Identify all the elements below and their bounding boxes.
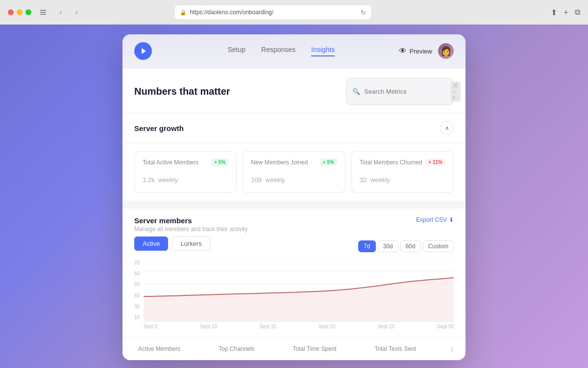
metric-badge-red: + 11% bbox=[425, 158, 445, 166]
refresh-icon[interactable]: ↻ bbox=[361, 9, 366, 16]
y-label-70: 70 bbox=[134, 260, 140, 265]
sort-icon[interactable]: ↕ bbox=[450, 345, 454, 353]
svg-rect-0 bbox=[40, 10, 46, 11]
browser-nav: ‹ › bbox=[55, 6, 82, 18]
metric-label-3: Total Members Churned bbox=[360, 159, 422, 166]
metric-badge-green: + 5% bbox=[211, 158, 228, 166]
chart-title-area: Server members Manage all members and tr… bbox=[134, 216, 247, 233]
time-60d-button[interactable]: 60d bbox=[400, 240, 421, 252]
metric-card-churned: Total Members Churned + 11% 32 weekly bbox=[351, 151, 454, 193]
bottom-tabs: Active Members Top Channels Total Time S… bbox=[122, 337, 466, 360]
metric-card-new-members: New Members Joined + 5% 108 weekly bbox=[243, 151, 345, 193]
y-label-10: 10 bbox=[134, 315, 140, 320]
traffic-light-red[interactable] bbox=[8, 9, 14, 15]
content-area: Numbers that matter 🔍 ⌘ + k Server growt… bbox=[122, 68, 466, 360]
metric-badge-green-2: + 5% bbox=[320, 158, 337, 166]
logo-button[interactable] bbox=[134, 42, 152, 60]
main-area: Setup Responses Insights 👁 Preview 👩 Num… bbox=[0, 25, 588, 368]
section-title: Server growth bbox=[134, 124, 184, 132]
collapse-button[interactable]: ∧ bbox=[440, 121, 454, 135]
sidebar-button[interactable] bbox=[37, 6, 49, 18]
x-label-sept20: Sept 20 bbox=[318, 324, 335, 329]
search-icon: 🔍 bbox=[352, 88, 360, 95]
browser-actions: ⬆ ＋ ⧉ bbox=[551, 7, 580, 18]
x-label-sept25: Sept 25 bbox=[378, 324, 394, 329]
chart-svg bbox=[144, 258, 454, 322]
time-7d-button[interactable]: 7d bbox=[358, 240, 375, 252]
search-input[interactable] bbox=[364, 88, 446, 95]
tab-active-members[interactable]: Active Members bbox=[134, 343, 184, 354]
address-bar[interactable]: 🔒 https://daolens.com/onboarding/ ↻ bbox=[175, 5, 371, 19]
server-growth-section: Server growth ∧ Total Active Members + 5… bbox=[122, 113, 466, 201]
search-bar[interactable]: 🔍 ⌘ + k bbox=[346, 78, 454, 105]
y-label-50: 50 bbox=[134, 282, 140, 287]
svg-marker-3 bbox=[142, 48, 146, 54]
chart-container bbox=[144, 258, 454, 322]
preview-label: Preview bbox=[410, 48, 432, 55]
traffic-lights bbox=[8, 9, 31, 15]
download-icon: ⬇ bbox=[449, 216, 454, 223]
tab-total-texts-sent[interactable]: Total Texts Sent bbox=[371, 343, 420, 354]
metric-cards: Total Active Members + 5% 1.2k weekly bbox=[122, 143, 466, 201]
time-30d-button[interactable]: 30d bbox=[378, 240, 398, 252]
metric-number: 1.2k weekly bbox=[143, 170, 178, 185]
chart-area: Sept 5 Sept 10 Sept 15 Sept 20 Sept 25 S… bbox=[144, 258, 454, 329]
divider bbox=[122, 201, 466, 205]
search-shortcut: ⌘ + k bbox=[450, 81, 461, 102]
eye-icon: 👁 bbox=[399, 47, 407, 55]
chart-subtitle: Manage all members and track their activ… bbox=[134, 226, 247, 233]
metric-number-2: 108 weekly bbox=[251, 170, 285, 185]
nav-link-responses[interactable]: Responses bbox=[261, 46, 295, 56]
header-section: Numbers that matter 🔍 ⌘ + k bbox=[122, 68, 466, 113]
traffic-light-green[interactable] bbox=[25, 9, 31, 15]
share-button[interactable]: ⬆ bbox=[551, 8, 557, 17]
y-axis: 70 60 50 40 30 10 bbox=[134, 258, 140, 322]
x-label-sept10: Sept 10 bbox=[200, 324, 217, 329]
forward-button[interactable]: › bbox=[71, 6, 82, 18]
nav-link-setup[interactable]: Setup bbox=[227, 46, 245, 56]
nav-link-insights[interactable]: Insights bbox=[311, 46, 335, 56]
url-text: https://daolens.com/onboarding/ bbox=[190, 9, 273, 16]
nav-links: Setup Responses Insights bbox=[164, 46, 399, 56]
tab-total-time-spent[interactable]: Total Time Spent bbox=[289, 343, 340, 354]
y-label-40: 40 bbox=[134, 293, 140, 298]
preview-button[interactable]: 👁 Preview bbox=[399, 47, 432, 55]
section-header: Server growth ∧ bbox=[122, 113, 466, 143]
chart-x-labels: Sept 5 Sept 10 Sept 15 Sept 20 Sept 25 S… bbox=[144, 324, 454, 329]
page-title: Numbers that matter bbox=[134, 86, 230, 97]
svg-rect-1 bbox=[40, 12, 46, 13]
view-lurkers-button[interactable]: Lurkers bbox=[172, 237, 210, 251]
svg-rect-2 bbox=[40, 14, 46, 15]
avatar[interactable]: 👩 bbox=[438, 43, 454, 59]
nav-bar: Setup Responses Insights 👁 Preview 👩 bbox=[122, 34, 466, 68]
metric-card-header: Total Active Members + 5% bbox=[143, 158, 228, 166]
metric-label-2: New Members Joined bbox=[251, 159, 308, 166]
metric-number-3: 32 weekly bbox=[360, 170, 390, 185]
view-active-button[interactable]: Active bbox=[134, 237, 168, 251]
avatar-emoji: 👩 bbox=[441, 46, 451, 56]
nav-right: 👁 Preview 👩 bbox=[399, 43, 454, 59]
y-label-30: 30 bbox=[134, 304, 140, 309]
metric-value: 1.2k weekly bbox=[143, 170, 228, 185]
export-csv-button[interactable]: Export CSV ⬇ bbox=[416, 216, 454, 223]
export-label: Export CSV bbox=[416, 216, 447, 223]
chart-with-axis: 70 60 50 40 30 10 bbox=[134, 258, 454, 329]
time-custom-button[interactable]: Custom bbox=[423, 240, 454, 252]
metric-label: Total Active Members bbox=[143, 159, 198, 166]
x-label-sept5: Sept 5 bbox=[144, 324, 158, 329]
lock-icon: 🔒 bbox=[180, 9, 187, 16]
chart-section: Server members Manage all members and tr… bbox=[122, 209, 466, 337]
new-tab-button[interactable]: ＋ bbox=[562, 7, 570, 18]
view-toggles: Active Lurkers bbox=[134, 237, 210, 251]
metric-value-3: 32 weekly bbox=[360, 170, 445, 185]
metric-card-header-3: Total Members Churned + 11% bbox=[360, 158, 445, 166]
traffic-light-yellow[interactable] bbox=[17, 9, 23, 15]
y-label-60: 60 bbox=[134, 271, 140, 276]
metric-value-2: 108 weekly bbox=[251, 170, 337, 185]
tabs-button[interactable]: ⧉ bbox=[575, 8, 580, 17]
back-button[interactable]: ‹ bbox=[55, 6, 67, 18]
app-container: Setup Responses Insights 👁 Preview 👩 Num… bbox=[122, 34, 466, 360]
tab-top-channels[interactable]: Top Channels bbox=[215, 343, 258, 354]
chart-header: Server members Manage all members and tr… bbox=[134, 216, 454, 233]
chart-title: Server members bbox=[134, 216, 247, 225]
